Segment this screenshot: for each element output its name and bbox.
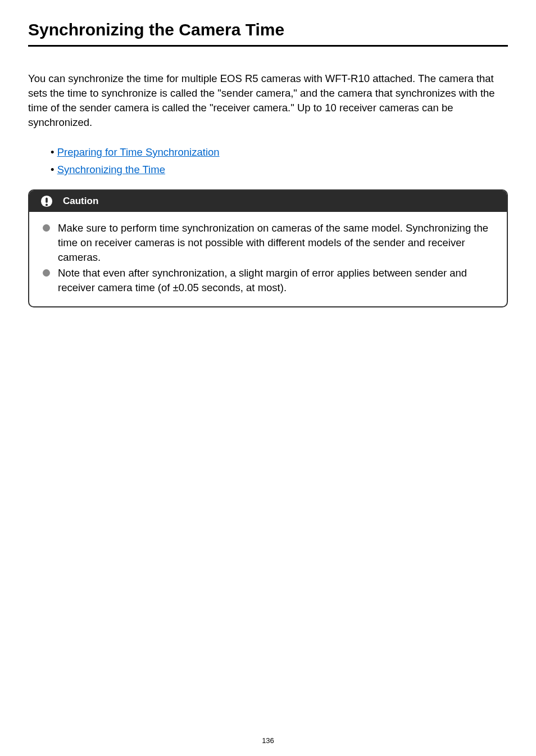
- caution-box: Caution Make sure to perform time synchr…: [28, 189, 508, 307]
- link-synchronizing[interactable]: Synchronizing the Time: [57, 164, 165, 175]
- caution-text: Note that even after synchronization, a …: [58, 266, 493, 295]
- intro-paragraph: You can synchronize the time for multipl…: [28, 71, 508, 130]
- svg-rect-1: [46, 198, 48, 203]
- caution-item: Note that even after synchronization, a …: [43, 266, 493, 295]
- link-preparing[interactable]: Preparing for Time Synchronization: [57, 146, 220, 158]
- page-number: 136: [0, 736, 536, 745]
- caution-heading-text: Caution: [63, 196, 98, 207]
- list-item: Preparing for Time Synchronization: [51, 143, 508, 161]
- list-item: Synchronizing the Time: [51, 161, 508, 178]
- caution-header: Caution: [29, 191, 507, 212]
- svg-point-2: [46, 204, 48, 206]
- caution-text: Make sure to perform time synchronizatio…: [58, 221, 493, 265]
- caution-body: Make sure to perform time synchronizatio…: [29, 212, 507, 306]
- caution-list: Make sure to perform time synchronizatio…: [43, 221, 493, 295]
- caution-icon: [40, 195, 53, 207]
- page-title: Synchronizing the Camera Time: [28, 20, 508, 47]
- links-list: Preparing for Time Synchronization Synch…: [28, 143, 508, 179]
- bullet-icon: [43, 224, 50, 232]
- caution-item: Make sure to perform time synchronizatio…: [43, 221, 493, 265]
- bullet-icon: [43, 269, 50, 277]
